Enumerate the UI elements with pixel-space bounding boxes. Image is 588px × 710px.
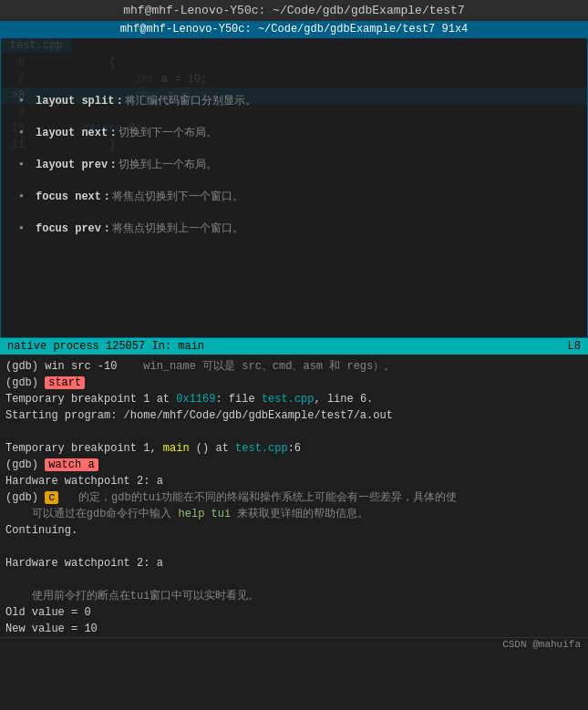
code-panel: test.cpp 6 { 7 int a = 10; >8 char c = '…: [0, 37, 588, 338]
gdb-line-tmpbp1: Temporary breakpoint 1 at 0x1169: file t…: [5, 391, 583, 407]
gdb-panel[interactable]: (gdb) win src -10 win_name 可以是 src、cmd、a…: [0, 355, 588, 637]
help-item-5: ● focus prev：将焦点切换到上一个窗口。: [19, 221, 569, 236]
gdb-line-start: (gdb) start: [5, 375, 583, 391]
status-left: native process 125057 In: main: [7, 340, 204, 353]
gdb-line-new-val: New value = 10: [5, 621, 583, 637]
secondary-bar: mhf@mhf-Lenovo-Y50c: ~/Code/gdb/gdbExamp…: [0, 21, 588, 37]
gdb-line-old-val: Old value = 0: [5, 604, 583, 621]
help-item-3: ● layout prev：切换到上一个布局。: [19, 157, 569, 172]
gdb-line-watch: (gdb) watch a: [5, 457, 583, 473]
title-text: mhf@mhf-Lenovo-Y50c: ~/Code/gdb/gdbExamp…: [123, 4, 464, 17]
gdb-line-note2: 可以通过在gdb命令行中输入 help tui 来获取更详细的帮助信息。: [5, 506, 583, 522]
help-item-4: ● focus next：将焦点切换到下一个窗口。: [19, 189, 569, 204]
secondary-text: mhf@mhf-Lenovo-Y50c: ~/Code/gdb/gdbExamp…: [120, 23, 469, 36]
gdb-line-win: (gdb) win src -10 win_name 可以是 src、cmd、a…: [5, 358, 583, 375]
help-item-1: ● layout split：将汇编代码窗口分别显示。: [19, 93, 569, 108]
gdb-line-starting: Starting program: /home/mhf/Code/gdb/gdb…: [5, 407, 583, 424]
title-bar: mhf@mhf-Lenovo-Y50c: ~/Code/gdb/gdbExamp…: [0, 0, 588, 21]
gdb-line-note3: 使用前令打的断点在tui窗口中可以实时看见。: [5, 588, 583, 604]
gdb-line-c: (gdb) c 的定，gdb的tui功能在不同的终端和操作系统上可能会有一些差异…: [5, 489, 583, 506]
help-overlay: ● layout split：将汇编代码窗口分别显示。 ● layout nex…: [1, 38, 587, 337]
gdb-line-blank3: [5, 571, 583, 588]
gdb-line-blank2: [5, 539, 583, 555]
status-bar: native process 125057 In: main L8: [0, 338, 588, 355]
gdb-line-continuing: Continuing.: [5, 522, 583, 539]
footer: CSDN @mahuifa: [0, 637, 588, 651]
gdb-line-tmpbp-hit: Temporary breakpoint 1, main () at test.…: [5, 440, 583, 457]
gdb-line-hwwp2a: Hardware watchpoint 2: a: [5, 473, 583, 489]
footer-text: CSDN @mahuifa: [502, 639, 581, 650]
help-item-2: ● layout next：切换到下一个布局。: [19, 125, 569, 140]
gdb-line-blank1: [5, 424, 583, 440]
status-right: L8: [568, 340, 581, 353]
gdb-line-hwwp2b: Hardware watchpoint 2: a: [5, 555, 583, 571]
